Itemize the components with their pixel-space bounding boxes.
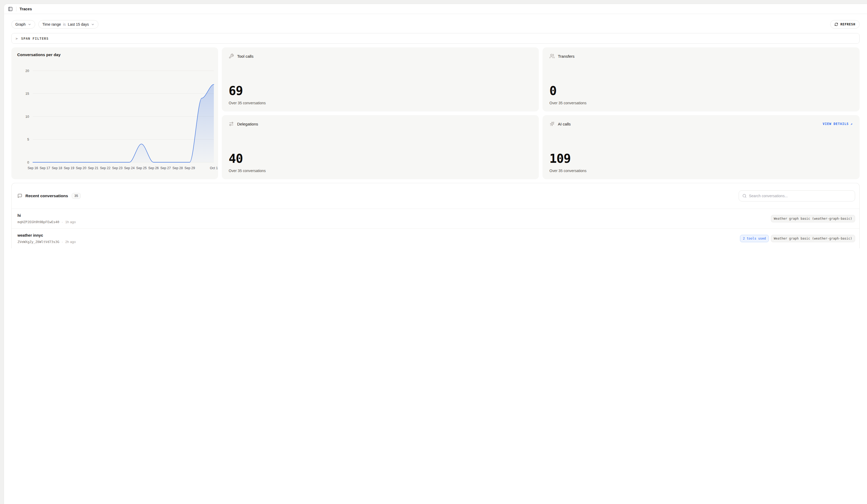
wrench-icon [229, 53, 234, 59]
time-range-filter[interactable]: Time range is Last 15 days [39, 20, 98, 29]
conversation-row[interactable]: weather innycZVeWXgZy_Z6WltVd73s3G·2h ag… [12, 228, 434, 248]
svg-text:Sep 19: Sep 19 [64, 166, 74, 170]
conversation-title: hi [18, 213, 76, 217]
svg-text:Sep 26: Sep 26 [148, 166, 159, 170]
svg-text:Sep 16: Sep 16 [28, 166, 38, 170]
svg-text:5: 5 [27, 138, 29, 141]
svg-text:Sep 21: Sep 21 [88, 166, 98, 170]
meta-separator: · [62, 220, 63, 224]
stat-title: Tool calls [237, 54, 254, 58]
conversations-per-day-chart: 05101520Sep 16Sep 17Sep 18Sep 19Sep 20Se… [11, 47, 218, 179]
conversation-time: 2h ago [65, 240, 76, 244]
svg-text:Sep 24: Sep 24 [124, 166, 135, 170]
stats-grid: Tool calls 69 Over 35 conversations Tran… [222, 47, 434, 179]
dashboard: Conversations per day 05101520Sep 16Sep … [11, 47, 434, 179]
conversation-count-badge: 35 [72, 193, 81, 199]
toolbar: Graph Time range is Last 15 days REFRESH [11, 20, 434, 29]
stat-title: Delegations [237, 122, 258, 126]
main-panel: Traces Graph Time range is Last 15 days [4, 4, 434, 252]
stat-card-delegations: Delegations 40 Over 35 conversations [222, 115, 434, 179]
svg-text:Oct 1: Oct 1 [210, 166, 218, 170]
page-title: Traces [20, 7, 32, 11]
sidebar-toggle-button[interactable] [7, 5, 14, 13]
svg-text:Sep 17: Sep 17 [40, 166, 50, 170]
svg-text:Sep 23: Sep 23 [112, 166, 122, 170]
stat-card-tool-calls: Tool calls 69 Over 35 conversations [222, 47, 434, 111]
stat-value: 40 [229, 152, 434, 165]
span-filters-toggle[interactable]: > SPAN FILTERS [11, 33, 434, 44]
recent-conversations-title: Recent conversations [25, 193, 68, 198]
stat-subtitle: Over 35 conversations [229, 101, 434, 105]
svg-text:20: 20 [25, 69, 29, 73]
conversation-id: ZVeWXgZy_Z6WltVd73s3G [18, 240, 59, 244]
filter-value-label: Last 15 days [68, 22, 89, 26]
svg-text:Sep 22: Sep 22 [100, 166, 111, 170]
view-selector-label: Graph [15, 22, 26, 26]
filter-operator-label: is [63, 22, 66, 26]
panel-left-icon [8, 7, 13, 11]
svg-text:Sep 25: Sep 25 [136, 166, 147, 170]
svg-text:Sep 18: Sep 18 [52, 166, 62, 170]
arrows-swap-icon [229, 121, 234, 127]
filter-field-label: Time range [42, 22, 61, 26]
conversation-list: himqHZP2EGh9h9BpFEwEs40·1h agoWeather gr… [12, 208, 434, 248]
meta-separator: · [62, 240, 63, 244]
svg-text:Sep 29: Sep 29 [184, 166, 195, 170]
svg-text:10: 10 [25, 115, 29, 119]
svg-text:0: 0 [27, 161, 29, 164]
chevron-right-icon: > [15, 36, 18, 41]
svg-text:Sep 28: Sep 28 [172, 166, 183, 170]
stat-subtitle: Over 35 conversations [229, 169, 434, 173]
conversation-time: 1h ago [65, 220, 76, 224]
chevron-down-icon [91, 23, 95, 26]
view-selector-dropdown[interactable]: Graph [11, 20, 35, 29]
header-divider [16, 7, 17, 11]
stat-value: 69 [229, 85, 434, 97]
svg-text:15: 15 [25, 92, 29, 96]
message-square-icon [18, 193, 22, 198]
recent-conversations-header: Recent conversations 35 [12, 183, 434, 208]
conversations-chart-card: Conversations per day 05101520Sep 16Sep … [11, 47, 218, 179]
conversation-id: mqHZP2EGh9h9BpFEwEs40 [18, 220, 59, 224]
conversation-row[interactable]: himqHZP2EGh9h9BpFEwEs40·1h agoWeather gr… [12, 208, 434, 228]
recent-conversations-panel: Recent conversations 35 himqHZP2EGh9h9Bp… [11, 183, 434, 248]
svg-text:Sep 20: Sep 20 [76, 166, 87, 170]
svg-text:Sep 27: Sep 27 [160, 166, 171, 170]
chevron-down-icon [28, 23, 31, 26]
conversation-title: weather innyc [18, 233, 76, 237]
span-filters-label: SPAN FILTERS [21, 36, 49, 41]
app-header: Traces [4, 4, 434, 14]
